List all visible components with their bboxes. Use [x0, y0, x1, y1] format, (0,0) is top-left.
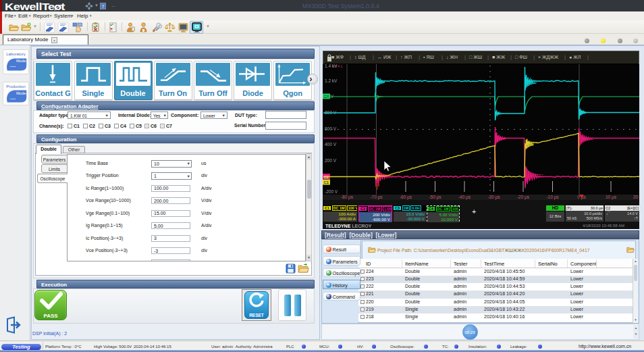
svg-text:1.2 kV: 1.2 kV	[325, 78, 338, 83]
svg-text:-60 µs: -60 µs	[400, 195, 412, 200]
svg-text:-10 µs: -10 µs	[546, 195, 559, 200]
svg-text:C1: C1	[324, 180, 329, 184]
svg-text:-70 µs: -70 µs	[370, 195, 383, 200]
svg-text:-80 µs: -80 µs	[341, 195, 354, 200]
svg-text:0.4 4 1: 0.4 4 1	[332, 64, 343, 68]
svg-text:-30 µs: -30 µs	[487, 195, 500, 200]
svg-text:400 V: 400 V	[325, 142, 337, 147]
svg-text:-50 µs: -50 µs	[429, 195, 441, 200]
svg-text:20 µs: 20 µs	[633, 195, 639, 200]
svg-text:-200 V: -200 V	[325, 189, 338, 194]
svg-text:-40 µs: -40 µs	[458, 195, 471, 200]
svg-text:-20 µs: -20 µs	[517, 195, 530, 200]
svg-text:200 V: 200 V	[325, 158, 337, 163]
svg-text:600 V: 600 V	[325, 126, 337, 131]
svg-text:10 µs: 10 µs	[606, 195, 617, 200]
